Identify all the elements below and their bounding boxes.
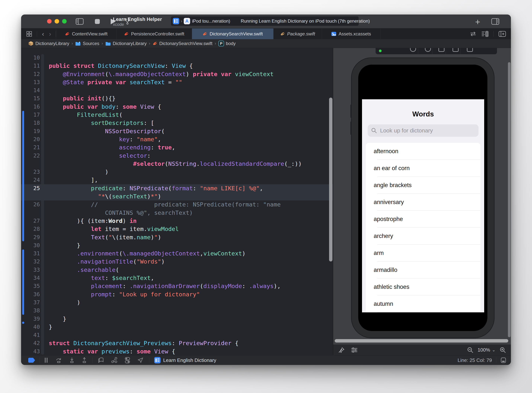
minimize-window-button[interactable] <box>55 19 59 24</box>
word-list-item[interactable]: athletic shoes <box>366 278 480 295</box>
zoom-level[interactable]: 100% <box>478 347 490 353</box>
preview-pin-icon[interactable] <box>453 48 459 52</box>
code-line-40[interactable]: 40} <box>21 323 333 331</box>
preview-info-icon[interactable] <box>425 48 431 52</box>
code-line-23[interactable]: 23 ) <box>21 168 333 176</box>
tab-package[interactable]: Package.swift <box>273 29 322 39</box>
preview-settings-icon[interactable] <box>351 347 358 353</box>
code-line-12[interactable]: 12 @Environment(\.managedObjectContext) … <box>21 70 333 78</box>
code-line-33[interactable]: 33 .searchable( <box>21 266 333 274</box>
search-field[interactable] <box>368 124 479 137</box>
code-line-14[interactable]: 14 <box>21 86 333 94</box>
code-line-20[interactable]: 20 key: "name", <box>21 135 333 143</box>
chevron-down-icon[interactable]: ⌄ <box>492 348 495 353</box>
editor-mode-icon[interactable] <box>500 357 506 363</box>
code-line-wrap[interactable]: CONTAINS %@", searchText) <box>21 209 333 217</box>
breadcrumb-dictionarylibrary[interactable]: DictionaryLibrary <box>105 41 147 46</box>
word-list-item[interactable]: an ear of corn <box>366 160 480 177</box>
code-line-21[interactable]: 21 ascending: true, <box>21 143 333 152</box>
memory-graph-icon[interactable] <box>111 357 117 363</box>
tab-assets[interactable]: Assets.xcassets <box>322 29 380 39</box>
zoom-in-button[interactable] <box>500 347 506 353</box>
pause-execution-icon[interactable] <box>44 357 48 363</box>
code-line-28[interactable]: 28 let item = item.viewModel <box>21 225 333 233</box>
tab-dictonarysearchview[interactable]: DictonarySearchView.swift <box>192 29 273 39</box>
word-list-item[interactable]: arm <box>366 245 480 261</box>
word-list-item[interactable]: apostrophe <box>366 211 480 228</box>
code-line-wrap[interactable]: #selector(NSString.localizedStandardComp… <box>21 160 333 168</box>
code-line-38[interactable]: 38 <box>21 306 333 315</box>
zoom-window-button[interactable] <box>62 19 67 24</box>
preview-toolbar-icon[interactable] <box>410 48 416 52</box>
code-line-27[interactable]: 27 ){ (item:Word) in <box>21 217 333 225</box>
word-list-item[interactable]: afternoon <box>366 143 480 160</box>
library-add-button[interactable]: + <box>475 17 480 27</box>
step-into-icon[interactable] <box>69 357 74 363</box>
pin-preview-icon[interactable] <box>339 347 344 353</box>
environment-overrides-icon[interactable] <box>125 357 130 364</box>
line-col-indicator[interactable]: Line: 25 Col: 79 <box>458 357 492 363</box>
toggle-inspector-icon[interactable] <box>491 18 499 25</box>
simulate-location-icon[interactable] <box>137 357 143 363</box>
tab-contentview[interactable]: ContentView.swift <box>56 29 116 39</box>
view-hierarchy-icon[interactable] <box>98 357 104 363</box>
preview-device-toolbar[interactable] <box>376 48 497 54</box>
close-window-button[interactable] <box>47 19 52 24</box>
canvas-vertical-scrollbar[interactable] <box>508 62 511 337</box>
code-line-41[interactable]: 41 <box>21 331 333 339</box>
search-input[interactable] <box>380 127 463 134</box>
code-line-31[interactable]: 31 .environment(\.managedObjectContext,v… <box>21 250 333 258</box>
show-all-tabs-icon[interactable] <box>26 31 32 37</box>
zoom-out-button[interactable] <box>467 347 474 353</box>
code-line-10[interactable]: 10 <box>21 54 333 62</box>
preview-device-icon[interactable] <box>438 48 445 52</box>
code-line-13[interactable]: 13 @State private var searchText = "" <box>21 78 333 86</box>
step-out-icon[interactable] <box>82 357 87 363</box>
breadcrumb-symbol-body[interactable]: P body <box>218 41 236 46</box>
code-line-29[interactable]: 29 Text("\(item.name)") <box>21 233 333 241</box>
breadcrumb-file[interactable]: DictonarySearchView.swift <box>152 41 212 46</box>
code-line-15[interactable]: 15 public init(){} <box>21 94 333 103</box>
forward-button[interactable]: › <box>49 30 51 38</box>
stop-button[interactable] <box>95 19 100 24</box>
code-line-18[interactable]: 18 sortDescriptors: [ <box>21 119 333 127</box>
code-line-35[interactable]: 35 placement: .navigationBarDrawer(displ… <box>21 282 333 290</box>
editor-scrollbar[interactable] <box>329 98 333 261</box>
code-line-39[interactable]: 39 } <box>21 315 333 323</box>
code-line-34[interactable]: 34 text: $searchText, <box>21 274 333 282</box>
code-line-30[interactable]: 30 } <box>21 241 333 250</box>
breadcrumb-sources[interactable]: Sources <box>75 41 99 46</box>
word-list-item[interactable]: anniversary <box>366 194 480 211</box>
code-line-26[interactable]: 26 // predicate: NSPredicate(format: "na… <box>21 201 333 209</box>
breakpoints-toggle-icon[interactable] <box>28 358 35 363</box>
tab-persistencecontroller[interactable]: PersistenceController.swift <box>116 29 192 39</box>
code-line-32[interactable]: 32 .navigationTitle("Words") <box>21 258 333 266</box>
word-list-item[interactable]: autumn <box>366 295 480 312</box>
step-over-icon[interactable] <box>56 357 62 363</box>
code-line-24[interactable]: 24 ], <box>21 176 333 184</box>
code-line-16[interactable]: 16 public var body: some View { <box>21 103 333 111</box>
code-review-icon[interactable] <box>470 31 476 37</box>
word-list-item[interactable]: archery <box>366 228 480 245</box>
breadcrumb-package[interactable]: DictionaryLibrary <box>28 41 69 46</box>
code-line-19[interactable]: 19 NSSortDescriptor( <box>21 127 333 135</box>
source-editor[interactable]: 1011public struct DictonarySearchView: V… <box>21 48 333 355</box>
code-line-wrap[interactable]: "*\(searchText)*") <box>21 192 333 201</box>
code-line-17[interactable]: 17 FilteredList( <box>21 111 333 119</box>
code-line-11[interactable]: 11public struct DictonarySearchView: Vie… <box>21 62 333 70</box>
code-line-22[interactable]: 22 selector: <box>21 152 333 160</box>
toggle-navigator-icon[interactable] <box>76 18 84 25</box>
add-editor-icon[interactable] <box>498 31 506 37</box>
code-line-43[interactable]: 43 static var previews: some View { <box>21 347 333 355</box>
word-list-item[interactable]: armadillo <box>366 261 480 278</box>
canvas-horizontal-scrollbar[interactable] <box>335 339 508 343</box>
preview-window-icon[interactable] <box>467 48 473 52</box>
code-line-36[interactable]: 36 prompt: "Look up for dictonary" <box>21 290 333 298</box>
code-line-42[interactable]: 42struct DictonarySearchView_Previews: P… <box>21 339 333 347</box>
minimap-icon[interactable] <box>481 31 488 37</box>
back-button[interactable]: ‹ <box>42 30 44 38</box>
activity-status-bar[interactable]: › A iPod tou...neration) Running Learn E… <box>171 16 359 26</box>
code-line-25[interactable]: 25 predicate: NSPredicate(format: "name … <box>21 184 333 192</box>
word-list-item[interactable]: angle brackets <box>366 177 480 194</box>
code-line-37[interactable]: 37 ) <box>21 298 333 306</box>
